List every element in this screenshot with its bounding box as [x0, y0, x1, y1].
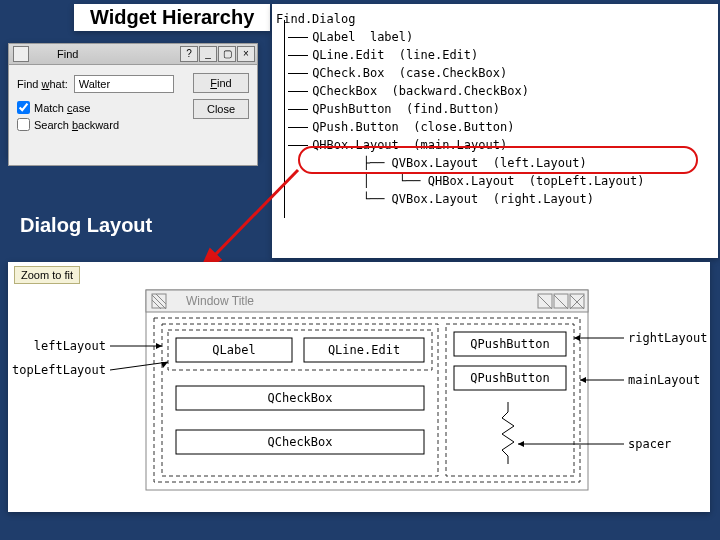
tree-subitem: └── QVBox.Layout (right.Layout): [276, 190, 714, 208]
tree-subitem: │ └── QHBox.Layout (topLeft.Layout): [276, 172, 714, 190]
find-button[interactable]: Find: [193, 73, 249, 93]
svg-text:rightLayout: rightLayout: [628, 331, 707, 345]
svg-text:QCheckBox: QCheckBox: [267, 435, 332, 449]
dialog-title: Find: [57, 48, 180, 60]
svg-text:QPushButton: QPushButton: [470, 371, 549, 385]
tree-item: QCheckBox (backward.CheckBox): [276, 82, 714, 100]
search-backward-checkbox[interactable]: Search backward: [17, 118, 249, 131]
close-window-button[interactable]: ×: [237, 46, 255, 62]
dialog-layout-diagram: Zoom to fit Window Title QLabel QLine.Ed…: [8, 262, 710, 512]
svg-text:spacer: spacer: [628, 437, 671, 451]
heading-dialog-layout: Dialog Layout: [20, 214, 152, 237]
svg-text:leftLayout: leftLayout: [34, 339, 106, 353]
heading-text: Widget Hierarchy: [90, 6, 254, 28]
find-what-label: Find what:: [17, 78, 68, 90]
tree-root: Find.Dialog: [276, 10, 714, 28]
maximize-button[interactable]: ▢: [218, 46, 236, 62]
tree-item: QPush.Button (close.Button): [276, 118, 714, 136]
window-title-text: Window Title: [186, 294, 254, 308]
close-button[interactable]: Close: [193, 99, 249, 119]
tree-item: QLabel label): [276, 28, 714, 46]
find-what-input[interactable]: [74, 75, 174, 93]
tree-item: QCheck.Box (case.CheckBox): [276, 64, 714, 82]
svg-text:QPushButton: QPushButton: [470, 337, 549, 351]
dialog-icon: [13, 46, 29, 62]
svg-text:QLabel: QLabel: [212, 343, 255, 357]
widget-hierarchy-tree: Find.Dialog QLabel label) QLine.Edit (li…: [272, 4, 718, 258]
heading-text: Dialog Layout: [20, 214, 152, 236]
minimize-button[interactable]: _: [199, 46, 217, 62]
svg-text:QLine.Edit: QLine.Edit: [328, 343, 400, 357]
highlight-mainlayout: [298, 146, 698, 174]
tree-item: QPushButton (find.Button): [276, 100, 714, 118]
find-dialog-titlebar: Find ? _ ▢ ×: [8, 43, 258, 65]
svg-text:topLeftLayout: topLeftLayout: [12, 363, 106, 377]
find-dialog: Find ? _ ▢ × Find what: Match case Searc…: [8, 43, 258, 158]
svg-text:QCheckBox: QCheckBox: [267, 391, 332, 405]
svg-text:mainLayout: mainLayout: [628, 373, 700, 387]
window-buttons: ? _ ▢ ×: [180, 46, 255, 62]
help-button[interactable]: ?: [180, 46, 198, 62]
find-dialog-body: Find what: Match case Search backward Fi…: [8, 65, 258, 166]
heading-widget-hierarchy: Widget Hierarchy: [74, 4, 270, 31]
tree-item: QLine.Edit (line.Edit): [276, 46, 714, 64]
